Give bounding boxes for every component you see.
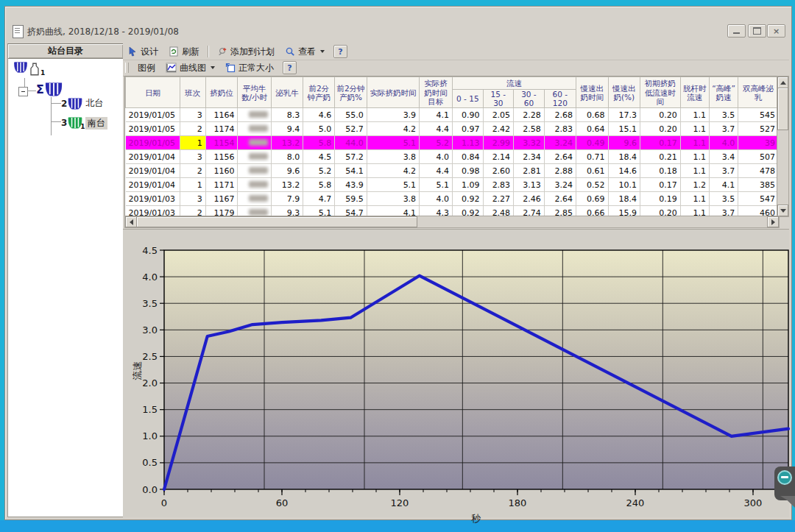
- table-cell[interactable]: 0.64: [576, 122, 608, 136]
- table-cell[interactable]: 2.58: [514, 122, 545, 136]
- table-cell[interactable]: 507: [738, 150, 779, 164]
- table-cell[interactable]: 9.4: [271, 122, 303, 136]
- table-cell[interactable]: 13.2: [271, 178, 303, 192]
- table-cell[interactable]: [238, 108, 271, 122]
- table-cell[interactable]: 8.0: [271, 150, 303, 164]
- table-vertical-scrollbar[interactable]: [777, 76, 789, 217]
- table-cell[interactable]: 2.28: [514, 108, 545, 122]
- table-cell[interactable]: 18.4: [608, 150, 640, 164]
- table-cell[interactable]: 14.6: [608, 164, 640, 178]
- scroll-left-button[interactable]: [125, 216, 137, 227]
- column-header[interactable]: 前2分钟产奶: [303, 77, 335, 108]
- help-button[interactable]: ?: [283, 61, 297, 74]
- table-cell[interactable]: 2.83: [483, 178, 514, 192]
- table-cell[interactable]: 1.1: [680, 150, 709, 164]
- table-cell[interactable]: 0.17: [640, 136, 680, 150]
- column-header[interactable]: 初期挤奶低流速时间: [640, 77, 680, 108]
- table-cell[interactable]: 57.2: [335, 150, 367, 164]
- table-cell[interactable]: 4.6: [303, 108, 335, 122]
- table-cell[interactable]: 547: [738, 192, 779, 206]
- table-cell[interactable]: 2.99: [483, 136, 514, 150]
- table-cell[interactable]: 2.81: [514, 164, 545, 178]
- column-header[interactable]: 实际挤奶时间目标: [420, 77, 453, 108]
- scroll-right-button[interactable]: [767, 216, 779, 227]
- table-cell[interactable]: 2.60: [483, 164, 514, 178]
- table-cell[interactable]: 3.8: [367, 150, 419, 164]
- table-cell[interactable]: 4.0: [420, 150, 453, 164]
- table-cell[interactable]: 1.13: [453, 136, 484, 150]
- table-cell[interactable]: 2.42: [483, 122, 514, 136]
- table-cell[interactable]: 2019/01/04: [126, 164, 180, 178]
- table-cell[interactable]: 4.0: [709, 136, 738, 150]
- table-cell[interactable]: 3.9: [367, 108, 419, 122]
- table-cell[interactable]: 2.46: [514, 192, 545, 206]
- table-cell[interactable]: 1: [180, 136, 205, 150]
- table-cell[interactable]: 3: [180, 108, 205, 122]
- table-cell[interactable]: 4.0: [420, 192, 453, 206]
- table-cell[interactable]: 1.1: [680, 164, 709, 178]
- table-cell[interactable]: [238, 150, 271, 164]
- table-cell[interactable]: 55.0: [335, 108, 367, 122]
- table-cell[interactable]: 54.1: [335, 164, 367, 178]
- table-cell[interactable]: 3.24: [544, 136, 576, 150]
- tree-node-south[interactable]: 3 1 南台: [61, 116, 107, 130]
- table-cell[interactable]: 4.2: [367, 122, 419, 136]
- table-cell[interactable]: 4.4: [420, 164, 453, 178]
- table-cell[interactable]: 1160: [205, 164, 238, 178]
- table-cell[interactable]: 3.5: [709, 108, 738, 122]
- column-header[interactable]: 脱杆时流速: [680, 77, 709, 108]
- table-cell[interactable]: [238, 178, 271, 192]
- platform-directory-header[interactable]: 站台目录: [8, 44, 123, 59]
- table-cell[interactable]: 3.32: [514, 136, 545, 150]
- table-cell[interactable]: [238, 164, 271, 178]
- table-cell[interactable]: 5.1: [420, 178, 453, 192]
- table-cell[interactable]: 545: [738, 108, 779, 122]
- vertical-scroll-thumb[interactable]: [777, 88, 788, 130]
- table-cell[interactable]: 1171: [205, 178, 238, 192]
- tree-sum-node[interactable]: Σ: [36, 82, 63, 96]
- table-cell[interactable]: 1.1: [680, 108, 709, 122]
- table-cell[interactable]: 0.90: [453, 108, 484, 122]
- table-cell[interactable]: 1174: [205, 122, 238, 136]
- table-cell[interactable]: 4.2: [367, 164, 419, 178]
- table-cell[interactable]: 2.34: [514, 150, 545, 164]
- table-cell[interactable]: 4.1: [709, 178, 738, 192]
- table-cell[interactable]: 2019/01/05: [126, 122, 180, 136]
- table-cell[interactable]: [238, 122, 271, 136]
- table-cell[interactable]: 0.97: [453, 122, 484, 136]
- table-cell[interactable]: 59.5: [335, 192, 367, 206]
- table-cell[interactable]: 0.68: [576, 108, 608, 122]
- table-cell[interactable]: 5.1: [367, 136, 419, 150]
- table-cell[interactable]: 2019/01/04: [126, 178, 180, 192]
- table-cell[interactable]: 2.64: [544, 150, 576, 164]
- table-cell[interactable]: 3.13: [514, 178, 545, 192]
- table-cell[interactable]: 2.88: [544, 164, 576, 178]
- table-cell[interactable]: 52.7: [335, 122, 367, 136]
- table-cell[interactable]: 2: [180, 164, 205, 178]
- column-header[interactable]: 慢速出奶(%): [608, 77, 640, 108]
- table-cell[interactable]: 43.9: [335, 178, 367, 192]
- column-header[interactable]: 实际挤奶时间: [367, 77, 419, 108]
- table-cell[interactable]: 1: [180, 178, 205, 192]
- table-cell[interactable]: 2.83: [544, 122, 576, 136]
- scroll-down-button[interactable]: [777, 205, 788, 216]
- tree-collapse-toggle[interactable]: [18, 87, 28, 96]
- normal-size-button[interactable]: 正常大小: [221, 60, 278, 77]
- table-cell[interactable]: 0.19: [640, 192, 680, 206]
- table-cell[interactable]: 3.4: [709, 150, 738, 164]
- table-cell[interactable]: 1.1: [680, 136, 709, 150]
- table-cell[interactable]: 2019/01/03: [126, 192, 180, 206]
- table-row[interactable]: 2019/01/03311677.94.759.53.84.00.922.272…: [126, 192, 779, 206]
- table-cell[interactable]: 3.7: [709, 122, 738, 136]
- table-cell[interactable]: 0.20: [640, 122, 680, 136]
- table-cell[interactable]: 2019/01/05: [126, 136, 180, 150]
- table-cell[interactable]: 3: [180, 192, 205, 206]
- scroll-up-button[interactable]: [777, 77, 788, 88]
- column-header[interactable]: 15 - 30: [483, 90, 514, 108]
- table-cell[interactable]: 5.8: [303, 136, 335, 150]
- table-cell[interactable]: 478: [738, 164, 779, 178]
- table-cell[interactable]: 0.69: [576, 192, 608, 206]
- table-cell[interactable]: 2.05: [483, 108, 514, 122]
- table-cell[interactable]: 8.3: [271, 108, 303, 122]
- flow-group-header[interactable]: 流速: [453, 77, 576, 90]
